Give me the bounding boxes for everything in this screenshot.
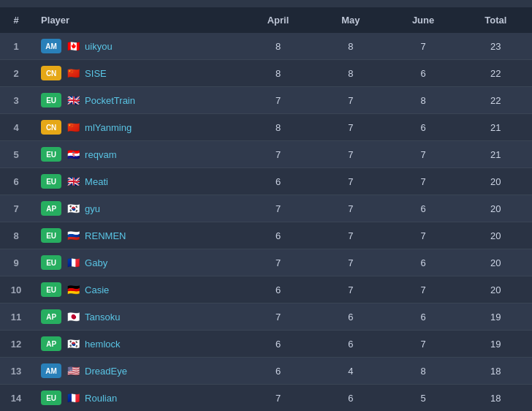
- region-badge: EU: [41, 147, 61, 162]
- april-score: 7: [242, 87, 314, 114]
- player-name: reqvam: [85, 149, 116, 160]
- table-row: 14EU🇫🇷Roulian76518: [0, 385, 532, 412]
- table-row: 8EU🇷🇺RENMEN67720: [0, 222, 532, 249]
- table-row: 13AM🇺🇸DreadEye64818: [0, 358, 532, 385]
- player-cell: CN🇨🇳mlYanming: [32, 114, 242, 141]
- flag-icon: 🇨🇳: [66, 122, 80, 132]
- april-score: 8: [242, 60, 314, 87]
- flag-icon: 🇰🇷: [66, 203, 80, 214]
- april-score: 7: [242, 141, 314, 168]
- player-name: gyu: [85, 203, 100, 214]
- table-row: 11AP🇯🇵Tansoku76619: [0, 303, 532, 331]
- region-badge: AM: [41, 363, 61, 378]
- rank-cell: 13: [0, 358, 32, 385]
- region-badge: AP: [41, 336, 61, 351]
- rank-cell: 2: [0, 60, 32, 87]
- june-score: 7: [387, 331, 459, 358]
- june-score: 7: [387, 141, 459, 168]
- april-score: 6: [242, 331, 314, 358]
- header-total: Total: [460, 7, 532, 33]
- flag-icon: 🇭🇷: [66, 149, 80, 159]
- table-row: 3EU🇬🇧PocketTrain77822: [0, 87, 532, 114]
- flag-icon: 🇬🇧: [66, 176, 80, 186]
- table-header-row: # Player April May June Total: [0, 7, 532, 33]
- may-score: 7: [314, 222, 387, 249]
- june-score: 7: [387, 168, 459, 195]
- player-name: uikyou: [85, 41, 113, 52]
- april-score: 6: [242, 168, 314, 195]
- header-april: April: [242, 7, 314, 33]
- header-may: May: [314, 7, 387, 33]
- player-name: Meati: [85, 176, 108, 187]
- may-score: 4: [314, 358, 387, 385]
- flag-icon: 🇨🇳: [66, 68, 80, 78]
- total-score: 18: [460, 385, 532, 412]
- total-score: 20: [460, 222, 532, 249]
- region-badge: EU: [41, 255, 61, 270]
- june-score: 6: [387, 249, 459, 276]
- region-badge: EU: [41, 391, 61, 405]
- may-score: 6: [314, 303, 387, 331]
- table-row: 9EU🇫🇷Gaby77620: [0, 249, 532, 276]
- region-badge: EU: [41, 93, 61, 108]
- player-name: Tansoku: [85, 312, 120, 323]
- region-badge: EU: [41, 228, 61, 243]
- player-cell: EU🇫🇷Roulian: [32, 385, 242, 412]
- june-score: 6: [387, 60, 459, 87]
- table-row: 5EU🇭🇷reqvam77721: [0, 141, 532, 168]
- total-score: 20: [460, 195, 532, 222]
- table-row: 2CN🇨🇳SISE88622: [0, 60, 532, 87]
- player-name: PocketTrain: [85, 95, 135, 106]
- player-cell: EU🇭🇷reqvam: [32, 141, 242, 168]
- flag-icon: 🇫🇷: [66, 393, 80, 403]
- player-cell: AP🇯🇵Tansoku: [32, 303, 242, 331]
- player-cell: AP🇰🇷hemlock: [32, 331, 242, 358]
- region-badge: CN: [41, 66, 61, 80]
- player-cell: AM🇨🇦uikyou: [32, 33, 242, 60]
- player-cell: EU🇷🇺RENMEN: [32, 222, 242, 249]
- june-score: 7: [387, 222, 459, 249]
- may-score: 7: [314, 141, 387, 168]
- may-score: 7: [314, 87, 387, 114]
- table-row: 6EU🇬🇧Meati67720: [0, 168, 532, 195]
- table-row: 4CN🇨🇳mlYanming87621: [0, 114, 532, 141]
- april-score: 8: [242, 33, 314, 60]
- flag-icon: 🇬🇧: [66, 95, 80, 105]
- june-score: 6: [387, 303, 459, 331]
- player-name: RENMEN: [85, 230, 126, 241]
- april-score: 7: [242, 195, 314, 222]
- june-score: 6: [387, 195, 459, 222]
- leaderboard-container: # Player April May June Total 1AM🇨🇦uikyo…: [0, 0, 532, 411]
- rank-cell: 5: [0, 141, 32, 168]
- player-cell: AM🇺🇸DreadEye: [32, 358, 242, 385]
- region-badge: EU: [41, 174, 61, 189]
- table-row: 12AP🇰🇷hemlock66719: [0, 331, 532, 358]
- april-score: 7: [242, 303, 314, 331]
- total-score: 21: [460, 141, 532, 168]
- player-name: mlYanming: [85, 122, 132, 133]
- april-score: 6: [242, 222, 314, 249]
- table-row: 7AP🇰🇷gyu77620: [0, 195, 532, 222]
- flag-icon: 🇷🇺: [66, 230, 80, 241]
- total-score: 19: [460, 331, 532, 358]
- april-score: 7: [242, 385, 314, 412]
- total-score: 20: [460, 168, 532, 195]
- total-score: 22: [460, 60, 532, 87]
- may-score: 7: [314, 276, 387, 303]
- may-score: 7: [314, 168, 387, 195]
- region-badge: AP: [41, 309, 61, 324]
- rank-cell: 10: [0, 276, 32, 303]
- total-score: 20: [460, 276, 532, 303]
- rank-cell: 11: [0, 303, 32, 331]
- total-score: 23: [460, 33, 532, 60]
- rank-cell: 9: [0, 249, 32, 276]
- player-cell: EU🇬🇧Meati: [32, 168, 242, 195]
- player-name: Roulian: [85, 393, 117, 404]
- april-score: 6: [242, 276, 314, 303]
- june-score: 8: [387, 87, 459, 114]
- flag-icon: 🇺🇸: [66, 366, 80, 376]
- total-score: 22: [460, 87, 532, 114]
- rank-cell: 12: [0, 331, 32, 358]
- may-score: 7: [314, 249, 387, 276]
- may-score: 6: [314, 385, 387, 412]
